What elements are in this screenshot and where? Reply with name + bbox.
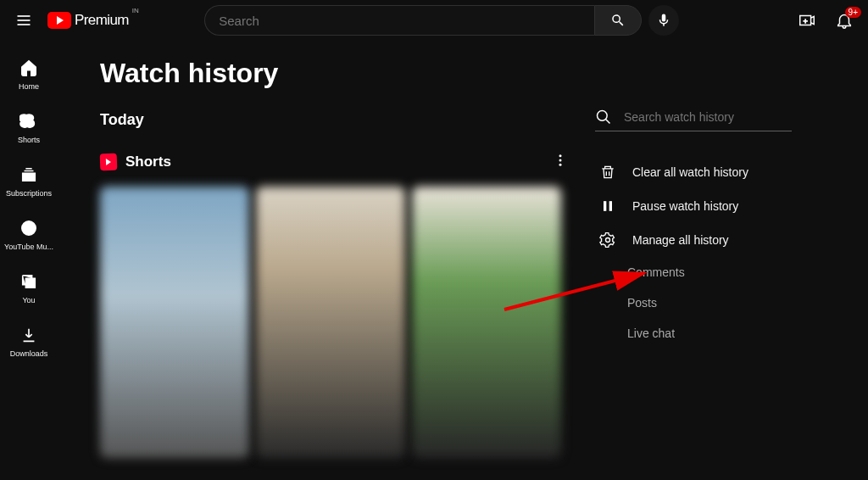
shorts-row bbox=[100, 187, 575, 458]
search-icon bbox=[595, 109, 612, 126]
sidebar-item-youtube-music[interactable]: YouTube Mu... bbox=[0, 208, 58, 261]
shorts-shelf-menu-button[interactable] bbox=[546, 149, 575, 175]
svg-point-5 bbox=[559, 154, 562, 157]
shorts-icon bbox=[19, 111, 39, 131]
header-left: Premium IN bbox=[14, 10, 139, 31]
hamburger-menu-button[interactable] bbox=[14, 10, 34, 31]
search-input[interactable] bbox=[204, 5, 594, 36]
svg-point-12 bbox=[606, 238, 610, 243]
short-thumbnail[interactable] bbox=[256, 187, 405, 458]
sidebar-item-home[interactable]: Home bbox=[0, 47, 58, 101]
svg-point-7 bbox=[559, 164, 562, 166]
manage-history-button[interactable]: Manage all history bbox=[595, 223, 792, 257]
sidebar-item-shorts[interactable]: Shorts bbox=[0, 101, 58, 154]
download-icon bbox=[19, 325, 39, 345]
sidebar-item-subscriptions[interactable]: Subscriptions bbox=[0, 154, 58, 208]
history-search[interactable] bbox=[595, 109, 792, 131]
page-title: Watch history bbox=[100, 58, 575, 89]
svg-rect-10 bbox=[604, 201, 606, 211]
sidebar: Home Shorts Subscriptions YouTube Mu... … bbox=[0, 41, 58, 480]
sidebar-item-downloads[interactable]: Downloads bbox=[0, 315, 58, 368]
youtube-music-icon bbox=[19, 218, 39, 238]
live-chat-link[interactable]: Live chat bbox=[595, 318, 792, 349]
notifications-button[interactable]: 9+ bbox=[834, 10, 854, 31]
logo-text: Premium bbox=[75, 12, 129, 29]
gear-icon bbox=[598, 232, 617, 248]
notification-badge: 9+ bbox=[845, 7, 861, 18]
library-icon bbox=[19, 271, 39, 292]
header-center bbox=[204, 5, 679, 36]
section-heading: Today bbox=[100, 111, 575, 129]
pause-history-button[interactable]: Pause watch history bbox=[595, 189, 792, 223]
shorts-logo-icon bbox=[100, 153, 118, 171]
history-search-input[interactable] bbox=[624, 110, 792, 124]
search-button[interactable] bbox=[594, 5, 642, 36]
shorts-shelf-header: Shorts bbox=[100, 149, 575, 175]
comments-link[interactable]: Comments bbox=[595, 257, 792, 287]
voice-search-button[interactable] bbox=[648, 5, 679, 36]
home-icon bbox=[19, 58, 39, 78]
kebab-icon bbox=[553, 153, 568, 168]
create-icon bbox=[798, 11, 816, 30]
content-column: Watch history Today Shorts bbox=[100, 41, 575, 480]
top-header: Premium IN 9+ bbox=[0, 0, 868, 41]
youtube-logo[interactable]: Premium IN bbox=[47, 12, 139, 29]
history-sidebar: Clear all watch history Pause watch hist… bbox=[575, 41, 812, 480]
svg-point-6 bbox=[559, 159, 562, 162]
short-thumbnail[interactable] bbox=[412, 187, 561, 458]
short-thumbnail[interactable] bbox=[100, 187, 249, 458]
search-icon bbox=[610, 13, 626, 28]
microphone-icon bbox=[656, 13, 671, 28]
trash-icon bbox=[598, 164, 617, 181]
svg-line-9 bbox=[606, 120, 610, 124]
search-box bbox=[204, 5, 642, 36]
header-right: 9+ bbox=[797, 10, 854, 31]
pause-icon bbox=[598, 198, 617, 215]
svg-rect-11 bbox=[609, 201, 612, 211]
subscriptions-icon bbox=[19, 165, 39, 185]
youtube-play-icon bbox=[47, 12, 71, 29]
svg-point-8 bbox=[598, 111, 608, 121]
region-code: IN bbox=[132, 7, 139, 14]
clear-history-button[interactable]: Clear all watch history bbox=[595, 155, 792, 189]
shorts-title: Shorts bbox=[100, 153, 171, 170]
create-button[interactable] bbox=[797, 10, 817, 31]
main-content: Watch history Today Shorts Clear all wat… bbox=[58, 41, 868, 480]
posts-link[interactable]: Posts bbox=[595, 287, 792, 318]
sidebar-item-you[interactable]: You bbox=[0, 261, 58, 315]
